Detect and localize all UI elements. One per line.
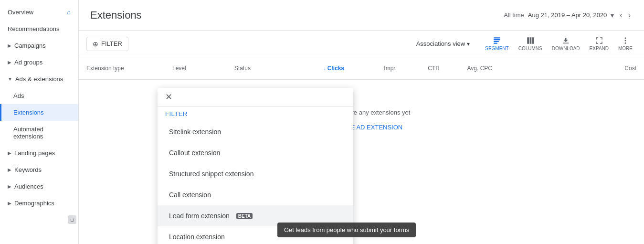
dropdown-item-sitelink[interactable]: Sitelink extension	[158, 121, 353, 142]
sidebar-item-automated-extensions[interactable]: Automated extensions	[0, 121, 78, 145]
dropdown-item-callout[interactable]: Callout extension	[158, 142, 353, 163]
download-icon	[561, 36, 570, 45]
collapse-icon: ⊔	[70, 217, 74, 223]
date-range-dropdown-btn[interactable]: ▾	[611, 11, 614, 19]
segment-label: SEGMENT	[485, 46, 508, 51]
associations-view-btn[interactable]: Associations view ▾	[416, 40, 470, 47]
svg-point-10	[625, 42, 626, 44]
beta-badge: BETA	[236, 213, 253, 219]
sidebar-item-label: Overview	[8, 9, 33, 16]
extension-type-dropdown: ✕ FILTER Sitelink extension Callout exte…	[158, 88, 353, 244]
sidebar-item-ads-extensions[interactable]: ▼ Ads & extensions	[0, 71, 78, 87]
sidebar-item-ad-groups[interactable]: ▶ Ad groups	[0, 54, 78, 71]
svg-rect-7	[563, 43, 569, 44]
dropdown-item-structured-snippet[interactable]: Structured snippet extension	[158, 163, 353, 184]
columns-btn[interactable]: COLUMNS	[515, 33, 546, 54]
chevron-icon: ▶	[8, 201, 11, 206]
columns-icon	[526, 36, 535, 45]
more-btn[interactable]: MORE	[614, 33, 636, 54]
filter-label: FILTER	[101, 40, 122, 47]
home-icon: ⌂	[67, 9, 71, 16]
date-nav: ‹ ›	[618, 9, 633, 21]
col-header-ctr: CTR	[397, 65, 440, 72]
sidebar-item-label: Demographics	[14, 200, 54, 207]
sidebar-item-label: Keywords	[14, 166, 42, 173]
sidebar-item-label: Campaigns	[14, 42, 46, 49]
download-label: DOWNLOAD	[552, 46, 580, 51]
sidebar-item-overview[interactable]: Overview ⌂	[0, 4, 78, 21]
sidebar-item-label: Recommendations	[8, 25, 59, 32]
chevron-icon: ▶	[8, 150, 11, 156]
sidebar-item-audiences[interactable]: ▶ Audiences	[0, 178, 78, 195]
sidebar-item-landing-pages[interactable]: ▶ Landing pages	[0, 145, 78, 161]
chevron-down-icon: ▼	[8, 76, 12, 82]
lead-form-tooltip: Get leads from people who submit your fo…	[277, 223, 416, 237]
associations-view-chevron-icon: ▾	[467, 41, 470, 47]
sidebar-item-label: Ad groups	[14, 59, 42, 66]
dropdown-filter-label: FILTER	[158, 106, 353, 121]
chevron-icon: ▶	[8, 43, 11, 48]
svg-rect-2	[494, 41, 499, 42]
svg-point-9	[625, 40, 626, 42]
svg-rect-5	[529, 37, 531, 44]
sidebar-item-ads[interactable]: Ads	[0, 87, 78, 104]
date-range-value: Aug 21, 2019 – Apr 20, 2020	[528, 11, 607, 19]
chevron-icon: ▶	[8, 60, 11, 65]
associations-view-label: Associations view	[416, 40, 465, 47]
segment-btn[interactable]: SEGMENT	[481, 33, 512, 54]
dropdown-item-call[interactable]: Call extension	[158, 184, 353, 205]
table-header: Extension type Level Status ↓ Clicks Imp…	[79, 57, 644, 80]
sidebar-item-label: Automated extensions	[13, 126, 71, 140]
content-area: Extension type Level Status ↓ Clicks Imp…	[79, 57, 644, 244]
expand-label: EXPAND	[590, 46, 609, 51]
chevron-icon: ▶	[8, 167, 11, 172]
sidebar-item-demographics[interactable]: ▶ Demographics	[0, 195, 78, 212]
toolbar: ⊕ FILTER Associations view ▾ SEGMENT COL…	[79, 31, 644, 57]
main-content: Extensions All time Aug 21, 2019 – Apr 2…	[79, 0, 644, 244]
col-header-impr: Impr.	[344, 65, 397, 72]
more-label: MORE	[618, 46, 633, 51]
filter-button[interactable]: ⊕ FILTER	[86, 37, 128, 51]
col-header-cost: Cost	[492, 65, 636, 72]
col-header-avg-cpc: Avg. CPC	[440, 65, 492, 72]
svg-point-8	[625, 37, 626, 39]
sidebar-item-label: Ads & extensions	[15, 75, 63, 83]
sidebar-collapse-btn[interactable]: ⊔	[68, 215, 76, 224]
expand-btn[interactable]: EXPAND	[586, 33, 612, 54]
svg-rect-4	[527, 37, 529, 44]
sidebar-item-campaigns[interactable]: ▶ Campaigns	[0, 37, 78, 54]
filter-icon: ⊕	[93, 40, 98, 48]
col-header-status: Status	[234, 65, 292, 72]
toolbar-icons: SEGMENT COLUMNS DOWNLOAD EXPAND MORE	[481, 33, 636, 54]
download-btn[interactable]: DOWNLOAD	[548, 33, 584, 54]
date-range: All time Aug 21, 2019 – Apr 20, 2020 ▾ ‹…	[504, 9, 633, 21]
sidebar-item-label: Landing pages	[14, 149, 55, 157]
date-next-btn[interactable]: ›	[626, 9, 633, 21]
page-title: Extensions	[90, 9, 504, 21]
sidebar-item-label: Audiences	[14, 183, 43, 190]
svg-rect-1	[494, 39, 500, 40]
svg-rect-6	[532, 37, 534, 44]
top-bar: Extensions All time Aug 21, 2019 – Apr 2…	[79, 0, 644, 31]
sidebar-item-label: Ads	[13, 92, 24, 99]
col-header-clicks[interactable]: ↓ Clicks	[292, 65, 344, 72]
svg-rect-3	[494, 43, 497, 44]
col-header-level: Level	[172, 65, 234, 72]
columns-label: COLUMNS	[518, 46, 542, 51]
sidebar: Overview ⌂ Recommendations ▶ Campaigns ▶…	[0, 0, 79, 244]
dropdown-close-btn[interactable]: ✕	[165, 92, 172, 102]
sidebar-item-extensions[interactable]: Extensions	[0, 104, 78, 121]
date-prev-btn[interactable]: ‹	[618, 9, 624, 21]
date-range-label: All time	[504, 11, 524, 19]
col-header-ext-type: Extension type	[86, 65, 172, 72]
dropdown-header: ✕	[158, 88, 353, 106]
svg-rect-0	[494, 37, 500, 38]
sidebar-item-label: Extensions	[13, 109, 44, 116]
chevron-icon: ▶	[8, 184, 11, 189]
more-icon	[621, 36, 630, 45]
sidebar-item-recommendations[interactable]: Recommendations	[0, 21, 78, 37]
sort-desc-icon: ↓	[324, 66, 326, 71]
expand-icon	[595, 36, 603, 45]
segment-icon	[493, 36, 501, 45]
sidebar-item-keywords[interactable]: ▶ Keywords	[0, 161, 78, 178]
